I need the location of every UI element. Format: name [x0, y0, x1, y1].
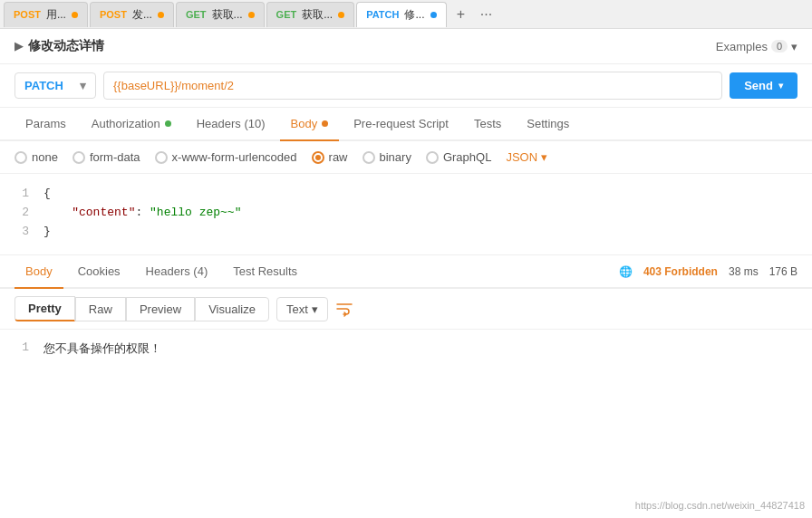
code-content-2: "content": "hello zep~~": [44, 204, 798, 223]
examples-label: Examples: [716, 40, 768, 53]
tab-method-post-1: POST: [14, 9, 41, 20]
examples-chevron-icon: ▾: [791, 40, 798, 53]
tab-patch-active[interactable]: PATCH 修...: [356, 2, 446, 27]
tab-settings[interactable]: Settings: [516, 108, 580, 141]
tab-label-3: 获取...: [212, 7, 243, 23]
examples-count: 0: [771, 40, 788, 53]
tab-bar: POST 用... POST 发... GET 获取... GET 获取... …: [0, 0, 812, 29]
wrap-toggle-icon[interactable]: [335, 300, 353, 318]
code-line-2: 2 "content": "hello zep~~": [14, 204, 798, 223]
nav-tabs: Params Authorization Headers (10) Body P…: [0, 108, 812, 141]
tab-label-1: 用...: [46, 7, 66, 23]
tab-tests-label: Tests: [474, 117, 501, 130]
radio-circle-urlencoded: [155, 151, 168, 164]
response-toolbar: Pretty Raw Preview Visualize Text ▾: [0, 289, 812, 330]
line-num-2: 2: [14, 204, 29, 223]
radio-none[interactable]: none: [14, 150, 58, 164]
tab-post-2[interactable]: POST 发...: [90, 2, 174, 27]
view-btn-preview[interactable]: Preview: [126, 297, 195, 321]
send-chevron-icon: ▾: [778, 81, 783, 91]
request-title-area: ▶ 修改动态详情: [14, 38, 104, 54]
tab-method-get-2: GET: [276, 9, 297, 20]
code-editor[interactable]: 1 { 2 "content": "hello zep~~" 3 }: [0, 174, 812, 255]
code-line-3: 3 }: [14, 223, 798, 242]
tab-tests[interactable]: Tests: [463, 108, 512, 141]
examples-button[interactable]: Examples 0 ▾: [716, 40, 798, 53]
radio-circle-raw: [312, 151, 324, 164]
radio-circle-form-data: [72, 151, 85, 164]
send-button[interactable]: Send ▾: [730, 72, 798, 99]
code-content-3: }: [44, 223, 798, 242]
collapse-arrow-icon[interactable]: ▶: [14, 40, 23, 53]
response-tab-body[interactable]: Body: [14, 255, 63, 289]
method-selector[interactable]: PATCH ▾: [14, 72, 96, 99]
tab-dot-1: [72, 12, 78, 18]
radio-graphql-label: GraphQL: [443, 150, 491, 164]
radio-form-data[interactable]: form-data: [72, 150, 140, 164]
header-right-area: Examples 0 ▾: [716, 40, 798, 53]
tab-get-1[interactable]: GET 获取...: [176, 2, 265, 27]
tab-authorization-label: Authorization: [92, 117, 160, 130]
radio-form-data-label: form-data: [90, 150, 140, 164]
tab-params-label: Params: [25, 117, 66, 130]
tab-get-2[interactable]: GET 获取...: [266, 2, 355, 27]
authorization-dot: [165, 120, 171, 127]
radio-binary[interactable]: binary: [362, 150, 411, 164]
tab-label-5: 修...: [404, 7, 424, 23]
view-btn-pretty-label: Pretty: [28, 302, 62, 315]
url-bar: PATCH ▾ Send ▾: [0, 64, 812, 108]
tab-label-4: 获取...: [302, 7, 333, 23]
response-tabs: Body Cookies Headers (4) Test Results: [14, 255, 308, 287]
json-format-dropdown[interactable]: JSON ▾: [506, 150, 547, 164]
response-tab-headers-label: Headers (4): [146, 264, 208, 278]
method-chevron-icon: ▾: [80, 79, 86, 92]
radio-urlencoded-label: x-www-form-urlencoded: [172, 150, 297, 164]
view-btn-pretty[interactable]: Pretty: [14, 296, 75, 321]
view-btn-visualize[interactable]: Visualize: [195, 297, 269, 321]
request-header: ▶ 修改动态详情 Examples 0 ▾: [0, 29, 812, 64]
response-size: 176 B: [769, 265, 798, 278]
text-format-dropdown[interactable]: Text ▾: [276, 297, 328, 321]
response-tab-body-label: Body: [25, 264, 53, 278]
more-tabs-button[interactable]: ···: [474, 2, 499, 27]
body-dot: [322, 120, 328, 127]
url-input[interactable]: [103, 72, 722, 100]
text-chevron-icon: ▾: [312, 302, 318, 316]
tab-post-1[interactable]: POST 用...: [4, 2, 88, 27]
body-type-row: none form-data x-www-form-urlencoded raw…: [0, 141, 812, 174]
tab-headers[interactable]: Headers (10): [186, 108, 276, 141]
radio-raw[interactable]: raw: [312, 150, 348, 164]
radio-graphql[interactable]: GraphQL: [426, 150, 491, 164]
radio-circle-binary: [362, 151, 375, 164]
response-tab-cookies[interactable]: Cookies: [67, 255, 131, 289]
tab-method-get-1: GET: [186, 9, 207, 20]
tab-params[interactable]: Params: [14, 108, 77, 141]
radio-binary-label: binary: [380, 150, 411, 164]
radio-circle-graphql: [426, 151, 439, 164]
response-tab-headers[interactable]: Headers (4): [135, 255, 219, 289]
tab-dot-2: [158, 12, 164, 18]
request-title: 修改动态详情: [28, 38, 104, 54]
response-tab-test-results-label: Test Results: [233, 264, 297, 278]
radio-urlencoded[interactable]: x-www-form-urlencoded: [155, 150, 297, 164]
response-time: 38 ms: [729, 265, 759, 278]
add-tab-button[interactable]: +: [449, 2, 474, 27]
status-badge: 403 Forbidden: [643, 265, 718, 278]
tab-dot-5: [430, 12, 437, 18]
tab-dot-3: [248, 12, 255, 18]
view-btn-raw[interactable]: Raw: [75, 297, 126, 321]
tab-settings-label: Settings: [527, 117, 569, 130]
tab-authorization[interactable]: Authorization: [81, 108, 182, 141]
view-buttons: Pretty Raw Preview Visualize: [14, 296, 269, 321]
response-line-1: 1 您不具备操作的权限！: [14, 341, 798, 357]
watermark: https://blog.csdn.net/weixin_44827418: [635, 500, 805, 511]
radio-circle-none: [14, 151, 27, 164]
tab-pre-request[interactable]: Pre-request Script: [343, 108, 459, 141]
tab-pre-request-label: Pre-request Script: [353, 117, 449, 130]
tab-body[interactable]: Body: [280, 108, 340, 141]
text-dropdown-label: Text: [286, 302, 308, 316]
response-tab-test-results[interactable]: Test Results: [222, 255, 308, 289]
view-btn-raw-label: Raw: [89, 302, 112, 316]
line-num-3: 3: [14, 223, 29, 242]
response-line-num-1: 1: [14, 341, 29, 357]
